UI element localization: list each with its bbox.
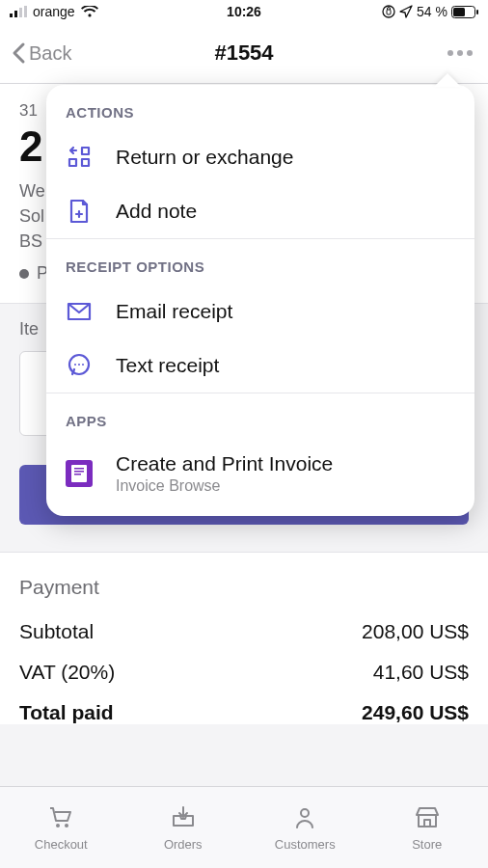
svg-rect-5	[387, 10, 391, 14]
svg-point-9	[56, 824, 60, 827]
clock-label: 10:26	[166, 4, 322, 19]
tab-orders[interactable]: Orders	[122, 787, 245, 868]
app-subtitle: Invoice Browse	[116, 477, 333, 495]
popover-item-label: Email receipt	[116, 300, 232, 323]
svg-point-17	[74, 364, 76, 366]
rotation-lock-icon	[382, 5, 395, 18]
payment-label: VAT (20%)	[19, 661, 115, 684]
payment-label: Subtotal	[19, 620, 94, 643]
nav-bar: Back #1554	[0, 23, 488, 84]
battery-icon	[451, 6, 478, 18]
payment-section: Payment Subtotal 208,00 US$ VAT (20%) 41…	[0, 552, 488, 724]
status-bar: orange 10:26 54 %	[0, 0, 488, 23]
popover-section-apps: APPS	[46, 393, 474, 439]
tab-checkout[interactable]: Checkout	[0, 787, 122, 868]
svg-rect-0	[10, 14, 13, 17]
tab-customers[interactable]: Customers	[244, 787, 366, 868]
return-icon	[66, 144, 93, 171]
svg-rect-12	[69, 159, 76, 166]
cart-icon	[47, 804, 74, 831]
tab-label: Store	[412, 837, 442, 852]
payment-value: 41,60 US$	[373, 661, 469, 684]
popover-item-app-invoice[interactable]: Create and Print Invoice Invoice Browse	[46, 439, 474, 516]
app-title: Create and Print Invoice	[116, 452, 333, 475]
payment-value: 208,00 US$	[362, 620, 469, 643]
tab-bar: Checkout Orders Customers Store	[0, 786, 488, 868]
svg-point-11	[301, 809, 309, 817]
popover-item-label: Text receipt	[116, 354, 219, 377]
svg-rect-1	[14, 11, 17, 17]
popover-item-label: Add note	[116, 200, 197, 223]
svg-rect-13	[82, 159, 89, 166]
battery-pct: 54 %	[417, 4, 447, 19]
actions-popover: ACTIONS Return or exchange Add note RECE…	[46, 85, 474, 516]
svg-rect-21	[74, 468, 84, 470]
more-button[interactable]	[444, 41, 476, 66]
popover-item-label: Return or exchange	[116, 146, 293, 169]
tab-store[interactable]: Store	[366, 787, 489, 868]
payment-value: 249,60 US$	[362, 701, 469, 724]
svg-rect-14	[82, 148, 89, 154]
svg-rect-22	[74, 471, 84, 473]
back-button[interactable]: Back	[12, 41, 71, 65]
popover-arrow-icon	[434, 73, 461, 87]
payment-title: Payment	[19, 576, 469, 599]
page-title: #1554	[0, 41, 488, 66]
inbox-icon	[170, 804, 197, 831]
popover-item-return[interactable]: Return or exchange	[46, 130, 474, 184]
svg-rect-2	[19, 8, 22, 17]
email-icon	[66, 298, 93, 325]
popover-item-text-receipt[interactable]: Text receipt	[46, 339, 474, 393]
chevron-left-icon	[12, 41, 27, 65]
payment-label: Total paid	[19, 701, 114, 724]
svg-rect-23	[74, 474, 81, 475]
wifi-icon	[81, 6, 98, 17]
tab-label: Orders	[164, 837, 203, 852]
popover-item-email-receipt[interactable]: Email receipt	[46, 285, 474, 339]
svg-point-10	[65, 824, 68, 827]
location-icon	[399, 5, 413, 18]
person-icon	[291, 804, 318, 831]
popover-section-actions: ACTIONS	[46, 85, 474, 130]
svg-rect-3	[24, 6, 27, 17]
svg-rect-7	[453, 8, 465, 16]
app-icon	[66, 460, 93, 487]
tab-label: Checkout	[35, 837, 88, 852]
status-dot-icon	[19, 269, 29, 279]
svg-rect-8	[476, 10, 478, 14]
chat-icon	[66, 352, 93, 379]
carrier-label: orange	[33, 4, 75, 19]
popover-item-add-note[interactable]: Add note	[46, 184, 474, 238]
payment-row: VAT (20%) 41,60 US$	[19, 661, 469, 684]
payment-row: Subtotal 208,00 US$	[19, 620, 469, 643]
store-icon	[414, 804, 441, 831]
signal-icon	[10, 6, 27, 17]
back-label: Back	[29, 42, 71, 65]
svg-point-18	[78, 364, 80, 366]
note-icon	[66, 198, 93, 225]
svg-point-19	[82, 364, 84, 366]
popover-section-receipt: RECEIPT OPTIONS	[46, 239, 474, 285]
tab-label: Customers	[275, 837, 336, 852]
payment-row: Total paid 249,60 US$	[19, 701, 469, 724]
